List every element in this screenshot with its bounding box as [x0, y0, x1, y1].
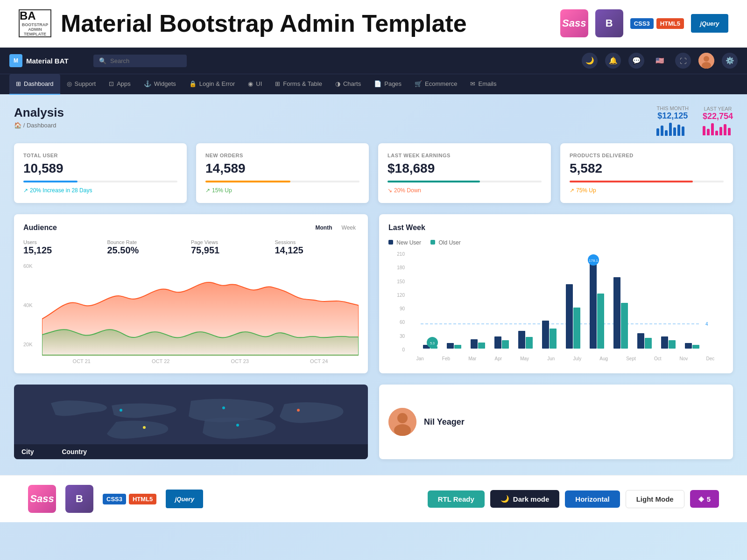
progress-bar-container-2	[388, 181, 542, 182]
svg-rect-28	[669, 340, 676, 349]
analysis-header: Analysis 🏠 / Dashboard THIS MONTH $12,12…	[14, 105, 733, 136]
bell-icon-btn[interactable]: 🔔	[605, 53, 621, 69]
forms-icon: ⊞	[275, 80, 280, 87]
svg-point-2	[702, 62, 711, 69]
last-year-mini-bars	[703, 123, 733, 135]
stat-card-footer-0: ↗ 20% Increase in 28 Days	[23, 187, 177, 194]
horizontal-button[interactable]: Horizontal	[565, 490, 620, 508]
stat-card-value-0: 10,589	[23, 161, 177, 176]
stat-cards: TOTAL USER 10,589 ↗ 20% Increase in 28 D…	[14, 143, 733, 203]
footer-badges: RTL Ready 🌙 Dark mode Horizontal Light M…	[428, 490, 719, 508]
nav-icons: 🌙 🔔 💬 🇺🇸 ⛶ ⚙️	[582, 53, 738, 69]
settings-icon-btn[interactable]: ⚙️	[722, 53, 738, 69]
svg-point-34	[120, 409, 122, 412]
progress-bar-2	[388, 181, 480, 182]
sass-logo: Sass	[560, 9, 588, 37]
ecommerce-icon: 🛒	[415, 80, 422, 87]
light-mode-button[interactable]: Light Mode	[626, 490, 684, 508]
breadcrumb-home[interactable]: 🏠	[14, 122, 21, 129]
last-year-stat: LAST YEAR $22,754	[703, 106, 733, 135]
svg-rect-30	[692, 345, 699, 349]
last-year-value: $22,754	[703, 112, 733, 121]
svg-point-35	[222, 406, 225, 409]
svg-rect-16	[550, 329, 557, 349]
area-chart-svg	[42, 263, 359, 357]
stat-card-total-user: TOTAL USER 10,589 ↗ 20% Increase in 28 D…	[14, 143, 187, 203]
pages-icon: 📄	[374, 80, 381, 87]
metric-users: Users 15,125	[23, 239, 107, 256]
support-icon: ◎	[67, 80, 72, 87]
svg-rect-8	[454, 345, 461, 349]
svg-point-1	[704, 56, 709, 62]
map-col-country: Country	[62, 448, 87, 455]
brand-name: Material BAT	[26, 57, 69, 65]
stat-card-label-0: TOTAL USER	[23, 153, 177, 158]
svg-rect-13	[518, 331, 525, 349]
tab-apps[interactable]: ⊡ Apps	[102, 74, 137, 95]
svg-rect-18	[573, 308, 580, 349]
svg-rect-27	[661, 336, 668, 349]
apps-icon: ⊡	[109, 80, 114, 87]
y-label-20k: 20K	[23, 342, 33, 347]
bar-chart-card: Last Week New User Old User 210 180 150 …	[379, 214, 733, 373]
fullscreen-icon-btn[interactable]: ⛶	[675, 53, 691, 69]
svg-rect-24	[621, 303, 628, 349]
charts-icon: ◑	[335, 80, 340, 87]
tab-pages[interactable]: 📄 Pages	[367, 74, 408, 95]
breadcrumb-page: Dashboard	[27, 122, 56, 129]
this-month-stat: THIS MONTH $12,125	[656, 105, 688, 136]
rtl-ready-button[interactable]: RTL Ready	[428, 490, 485, 508]
audience-chart-header: Audience Month Week	[23, 224, 359, 232]
tab-charts[interactable]: ◑ Charts	[329, 74, 367, 95]
bar-chart-legend: New User Old User	[388, 239, 724, 246]
nav-brand[interactable]: M Material BAT	[9, 54, 84, 67]
stat-card-footer-2: ↘ 20% Down	[388, 187, 542, 194]
period-week-btn[interactable]: Week	[339, 224, 359, 232]
stat-card-footer-1: ↗ 15% Up	[205, 187, 359, 194]
navbar: M Material BAT 🔍 🌙 🔔 💬 🇺🇸 ⛶ ⚙️	[0, 48, 747, 74]
search-box[interactable]: 🔍	[93, 55, 187, 67]
tab-forms-table[interactable]: ⊞ Forms & Table	[268, 74, 329, 95]
footer-css3-badge: CSS3	[103, 494, 126, 504]
number-badge[interactable]: ◈ 5	[690, 490, 719, 508]
svg-rect-10	[478, 343, 485, 349]
logo-letters: BA	[20, 10, 50, 21]
dashboard-icon: ⊞	[16, 80, 21, 87]
tech-logos: Sass B CSS3 HTML5 jQuery	[560, 9, 728, 37]
stat-card-label-1: NEW ORDERS	[205, 153, 359, 158]
footer-html5-badge: HTML5	[129, 494, 156, 504]
legend-dot-new	[388, 240, 393, 245]
chat-icon-btn[interactable]: 💬	[628, 53, 644, 69]
charts-section: Audience Month Week Users 15,125 Bounce …	[14, 214, 733, 373]
svg-text:4: 4	[705, 322, 708, 327]
metric-sessions: Sessions 14,125	[275, 239, 359, 256]
widgets-icon: ⚓	[144, 80, 151, 87]
login-icon: 🔒	[189, 80, 197, 87]
tab-emails[interactable]: ✉ Emails	[464, 74, 503, 95]
tab-login-error[interactable]: 🔒 Login & Error	[183, 74, 242, 95]
moon-icon-btn[interactable]: 🌙	[582, 53, 598, 69]
y-label-40k: 40K	[23, 302, 33, 308]
bar-y-axis: 210 180 150 120 90 60 30 0	[388, 252, 405, 352]
period-month-btn[interactable]: Month	[313, 224, 335, 232]
tab-dashboard[interactable]: ⊞ Dashboard	[9, 74, 60, 95]
page-title: Analysis	[14, 105, 64, 120]
flag-icon-btn[interactable]: 🇺🇸	[652, 53, 668, 69]
promo-title: Material Bootstrap Admin Template	[61, 9, 560, 37]
tab-widgets[interactable]: ⚓ Widgets	[137, 74, 183, 95]
tab-ecommerce[interactable]: 🛒 Ecommerce	[408, 74, 464, 95]
progress-bar-container-0	[23, 181, 177, 182]
user-avatar[interactable]	[698, 53, 714, 69]
dark-mode-button[interactable]: 🌙 Dark mode	[490, 490, 560, 508]
tab-ui[interactable]: ◉ UI	[241, 74, 268, 95]
legend-new-user: New User	[388, 239, 421, 246]
logo-subtitle: BOOTSTRAPADMIN TEMPLATE	[20, 22, 50, 36]
svg-rect-12	[502, 340, 509, 349]
tab-support[interactable]: ◎ Support	[60, 74, 103, 95]
svg-rect-11	[494, 336, 501, 349]
footer-jquery-logo: jQuery	[166, 490, 203, 508]
metric-bounce-rate: Bounce Rate 25.50%	[107, 239, 191, 256]
audience-chart-card: Audience Month Week Users 15,125 Bounce …	[14, 214, 368, 373]
svg-text:5.3: 5.3	[430, 342, 435, 345]
search-input[interactable]	[110, 57, 180, 64]
